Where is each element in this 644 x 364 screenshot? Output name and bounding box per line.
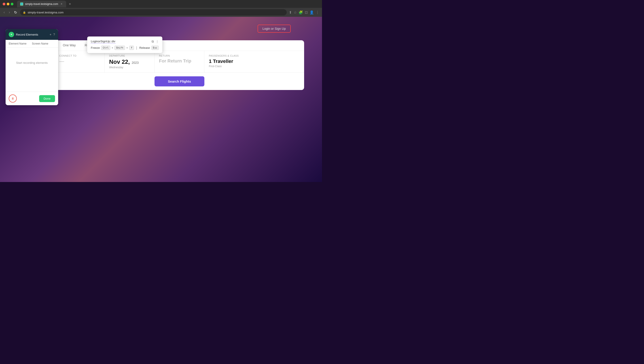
pin-icon[interactable]: ⌖ [50,33,52,37]
empty-state-message: Start recording elements [6,48,58,78]
profile-icon[interactable]: 👤 [310,10,314,15]
departure-label: Departure [109,54,150,57]
tooltip-body: Freeze Ctrl + Shift + f | Release Esc [91,46,159,50]
passengers-class: First-Class [209,65,250,68]
departure-weekday: Wednesday [109,66,150,69]
record-panel-header: ✦ Record Elements ⌖ ? [6,29,58,40]
tab-one-way[interactable]: One Way [58,40,80,51]
record-logo: ✦ [9,32,14,37]
browser-toolbar: ⬆ ☆ 🧩 ⊡ 👤 ⋮ [289,10,319,15]
search-btn-row: Search Flights [55,73,304,90]
address-bar[interactable]: 🔒 simply-travel.testsigma.com [20,9,287,16]
share-icon[interactable]: ⬆ [289,10,292,15]
separator: | [136,46,137,50]
traffic-lights [3,3,14,5]
ctrl-key: Ctrl [101,46,110,50]
return-field[interactable]: Return For Return Trip [154,51,204,73]
address-bar-row: ‹ › ↻ 🔒 simply-travel.testsigma.com ⬆ ☆ … [0,8,322,17]
element-tooltip: LoginorSignUp::div ⧉ ⋮ Freeze Ctrl + Shi… [87,37,162,53]
passengers-count: 1 Traveller [209,58,233,64]
shift-key: Shift [114,46,125,50]
pause-icon: ⏸ [11,97,14,100]
done-button[interactable]: Done [39,95,55,102]
bookmark-icon[interactable]: ☆ [294,10,297,15]
tooltip-actions: ⧉ ⋮ [152,40,159,43]
screen-name-col: Screen Name [32,42,55,45]
tab-favicon: 🌐 [20,3,23,6]
main-content: Login or Sign Up One Way Round Trip Mult… [0,17,322,182]
return-placeholder: For Return Trip [159,58,200,64]
connect-to-label: Connect To [59,54,100,57]
sidebar-icon[interactable]: ⊡ [305,10,308,15]
connect-to-value: — [59,58,100,64]
element-name-col: Element Name [9,42,32,45]
departure-date: Nov 22, 2023 [109,58,150,65]
browser-tab[interactable]: 🌐 simply-travel.testsigma.com ✕ [17,1,66,8]
copy-icon[interactable]: ⧉ [152,40,154,43]
close-button[interactable] [3,3,5,5]
record-table-header: Element Name Screen Name [6,40,58,48]
freeze-label: Freeze [91,46,100,50]
departure-field[interactable]: Departure Nov 22, 2023 Wednesday [105,51,154,73]
f-key: f [129,46,134,50]
pause-button[interactable]: ⏸ [9,94,17,103]
menu-icon[interactable]: ⋮ [316,10,319,15]
back-button[interactable]: ‹ [3,10,6,15]
esc-key: Esc [152,46,159,50]
tab-close-button[interactable]: ✕ [60,3,63,6]
plus-2: + [126,46,128,50]
search-flights-button[interactable]: Search Flights [154,76,204,86]
connect-to-field[interactable]: Connect To — [55,51,105,73]
record-panel-title: Record Elements [16,33,38,36]
maximize-button[interactable] [11,3,14,5]
tab-bar: 🌐 simply-travel.testsigma.com ✕ + [17,1,319,8]
help-icon[interactable]: ? [53,33,55,37]
release-label: Release [139,46,150,50]
lock-icon: 🔒 [23,11,26,14]
tooltip-element-name: LoginorSignUp::div [91,40,116,43]
plus-1: + [112,46,113,50]
more-options-icon[interactable]: ⋮ [156,40,159,43]
record-panel-footer: ⏸ Done [6,92,58,105]
search-fields: Connect To — Departure Nov 22, 2023 Wedn… [55,51,304,73]
refresh-button[interactable]: ↻ [13,10,18,16]
tab-title: simply-travel.testsigma.com [25,3,58,6]
login-signup-button[interactable]: Login or Sign Up [258,25,291,33]
minimize-button[interactable] [7,3,10,5]
extensions-icon[interactable]: 🧩 [298,10,303,15]
forward-button[interactable]: › [8,10,11,15]
record-panel-body: Element Name Screen Name Start recording… [6,40,58,78]
new-tab-button[interactable]: + [67,2,73,6]
record-elements-panel: ✦ Record Elements ⌖ ? Element Name Scree… [6,29,58,105]
tooltip-header: LoginorSignUp::div ⧉ ⋮ [91,40,159,43]
passengers-label: Passengers & Class [209,54,250,57]
browser-chrome: 🌐 simply-travel.testsigma.com ✕ + [0,0,322,8]
passengers-field[interactable]: Passengers & Class 1 Traveller First-Cla… [204,51,254,73]
url-text: simply-travel.testsigma.com [28,11,64,14]
return-label: Return [159,54,200,57]
record-title-area: ✦ Record Elements [9,32,38,37]
record-header-icons: ⌖ ? [50,33,55,37]
